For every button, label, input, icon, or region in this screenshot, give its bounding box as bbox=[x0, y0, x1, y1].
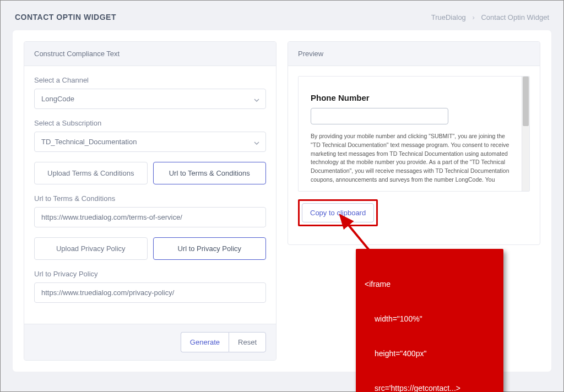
generate-button[interactable]: Generate bbox=[181, 332, 229, 352]
annotation-line: src='https://getcontact...> bbox=[375, 383, 495, 392]
annotation-line: width="100%" bbox=[375, 313, 495, 325]
preview-panel-header: Preview bbox=[288, 42, 540, 66]
form-panel-header: Construct Compliance Text bbox=[24, 42, 276, 66]
preview-panel: Preview Phone Number By providing your m… bbox=[288, 41, 540, 245]
privacy-url-label: Url to Privacy Policy bbox=[34, 270, 266, 278]
breadcrumb-separator: › bbox=[472, 13, 474, 21]
reset-button[interactable]: Reset bbox=[229, 332, 266, 352]
annotation-code-callout: <iframe width="100%" height="400px" src=… bbox=[356, 249, 503, 392]
scrollbar[interactable] bbox=[522, 77, 529, 191]
preview-compliance-text: By providing your mobile number and clic… bbox=[311, 132, 517, 184]
scrollbar-thumb[interactable] bbox=[523, 77, 529, 126]
annotation-highlight-box: Copy to clipboard bbox=[298, 199, 378, 226]
url-privacy-button[interactable]: Url to Privacy Policy bbox=[153, 237, 267, 260]
copy-to-clipboard-button[interactable]: Copy to clipboard bbox=[302, 203, 374, 222]
form-panel: Construct Compliance Text Select a Chann… bbox=[24, 41, 276, 361]
terms-url-label: Url to Terms & Conditions bbox=[34, 194, 266, 203]
preview-phone-label: Phone Number bbox=[311, 93, 517, 102]
breadcrumb-current: Contact Optin Widget bbox=[481, 13, 549, 21]
upload-privacy-button[interactable]: Upload Privacy Policy bbox=[34, 237, 148, 260]
subscription-select[interactable]: TD_Technical_Documentation bbox=[34, 132, 266, 152]
upload-terms-button[interactable]: Upload Terms & Conditions bbox=[34, 162, 148, 184]
channel-label: Select a Channel bbox=[34, 76, 266, 84]
preview-phone-input[interactable] bbox=[311, 108, 448, 124]
annotation-line: <iframe bbox=[365, 279, 495, 290]
privacy-url-input[interactable] bbox=[34, 282, 266, 303]
terms-url-input[interactable] bbox=[34, 207, 266, 227]
breadcrumb-link-truedialog[interactable]: TrueDialog bbox=[431, 13, 466, 21]
subscription-label: Select a Subscription bbox=[34, 119, 266, 127]
preview-iframe-area: Phone Number By providing your mobile nu… bbox=[298, 76, 530, 192]
breadcrumb: TrueDialog › Contact Optin Widget bbox=[431, 13, 549, 21]
page-title: CONTACT OPTIN WIDGET bbox=[15, 13, 116, 21]
channel-select[interactable]: LongCode bbox=[34, 89, 266, 109]
annotation-line: height="400px" bbox=[375, 348, 495, 360]
url-terms-button[interactable]: Url to Terms & Conditions bbox=[153, 162, 267, 184]
